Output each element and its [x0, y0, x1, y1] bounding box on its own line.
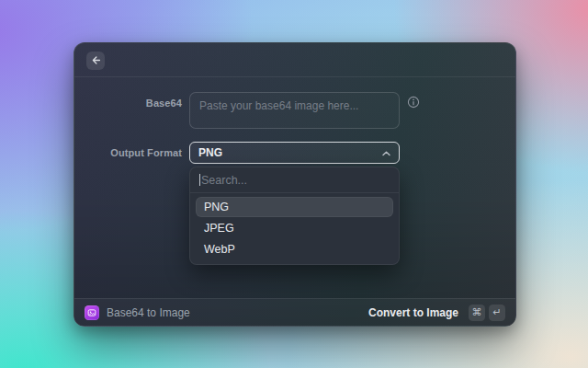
app-window: Base64 Paste your base64 image here... O… — [74, 42, 516, 327]
dropdown-option-png[interactable]: PNG — [196, 197, 393, 217]
format-dropdown: Search... PNG JPEG WebP — [189, 167, 400, 265]
action-bar: Base64 to Image Convert to Image ⌘ ↵ — [74, 298, 515, 326]
primary-action-label[interactable]: Convert to Image — [368, 306, 458, 319]
dropdown-option-webp[interactable]: WebP — [196, 239, 393, 259]
action-bar-left: Base64 to Image — [85, 305, 190, 320]
app-title: Base64 to Image — [107, 306, 190, 319]
dropdown-option-label: WebP — [204, 243, 235, 256]
window-header — [74, 43, 515, 77]
dropdown-search-placeholder: Search... — [201, 174, 247, 187]
dropdown-option-jpeg[interactable]: JPEG — [196, 218, 393, 238]
dropdown-option-label: JPEG — [204, 222, 234, 235]
action-bar-right: Convert to Image ⌘ ↵ — [368, 305, 505, 321]
dropdown-search-input[interactable]: Search... — [190, 167, 399, 193]
base64-input[interactable]: Paste your base64 image here... — [189, 92, 400, 129]
dropdown-option-list: PNG JPEG WebP — [190, 193, 399, 259]
output-format-value: PNG — [198, 146, 222, 159]
base64-input-placeholder: Paste your base64 image here... — [199, 99, 358, 112]
output-format-label: Output Format — [74, 147, 182, 158]
chevron-up-icon — [382, 146, 390, 159]
output-format-select[interactable]: PNG — [189, 142, 400, 164]
text-caret — [199, 174, 200, 186]
base64-label: Base64 — [74, 98, 182, 109]
return-key-icon[interactable]: ↵ — [489, 305, 505, 321]
command-key-icon[interactable]: ⌘ — [469, 305, 485, 321]
desktop-background: Base64 Paste your base64 image here... O… — [0, 0, 588, 368]
info-icon[interactable] — [407, 96, 420, 109]
app-icon — [85, 305, 99, 320]
back-arrow-icon — [91, 54, 101, 68]
dropdown-option-label: PNG — [204, 201, 229, 213]
back-button[interactable] — [86, 52, 105, 70]
